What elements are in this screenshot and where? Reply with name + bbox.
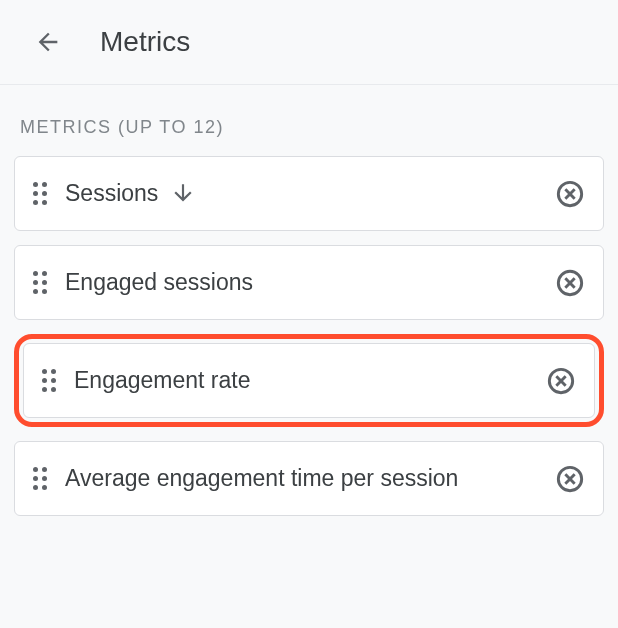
arrow-left-icon <box>34 28 62 56</box>
drag-handle-icon[interactable] <box>33 182 47 205</box>
remove-button[interactable] <box>546 366 576 396</box>
metric-label: Sessions <box>65 179 158 209</box>
metric-item[interactable]: Average engagement time per session <box>14 441 604 516</box>
close-circle-icon <box>556 465 584 493</box>
metric-item[interactable]: Engagement rate <box>23 343 595 418</box>
highlighted-metric: Engagement rate <box>14 334 604 427</box>
back-button[interactable] <box>24 18 72 66</box>
remove-button[interactable] <box>555 268 585 298</box>
metric-label: Engaged sessions <box>65 268 555 298</box>
content: METRICS (UP TO 12) Sessions Engaged sess… <box>0 85 618 550</box>
remove-button[interactable] <box>555 179 585 209</box>
page-title: Metrics <box>100 26 190 58</box>
close-circle-icon <box>556 180 584 208</box>
metric-item[interactable]: Engaged sessions <box>14 245 604 320</box>
drag-handle-icon[interactable] <box>33 271 47 294</box>
metric-label: Average engagement time per session <box>65 464 555 494</box>
close-circle-icon <box>547 367 575 395</box>
drag-handle-icon[interactable] <box>33 467 47 490</box>
metric-label: Engagement rate <box>74 366 546 396</box>
arrow-down-icon <box>170 180 196 206</box>
close-circle-icon <box>556 269 584 297</box>
section-label: METRICS (UP TO 12) <box>20 117 604 138</box>
remove-button[interactable] <box>555 464 585 494</box>
header: Metrics <box>0 0 618 85</box>
drag-handle-icon[interactable] <box>42 369 56 392</box>
metric-item[interactable]: Sessions <box>14 156 604 231</box>
